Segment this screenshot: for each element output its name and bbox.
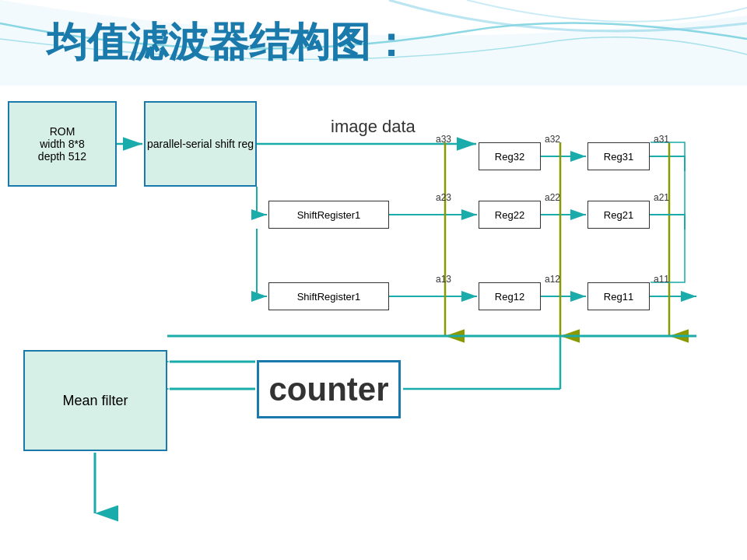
image-data-label: image data (331, 117, 416, 137)
reg12-box: Reg12 (479, 282, 541, 310)
a31-label: a31 (654, 134, 669, 145)
rom-line3: depth 512 (38, 150, 86, 163)
reg21-box: Reg21 (587, 201, 650, 229)
reg11-box: Reg11 (587, 282, 650, 310)
rom-line2: width 8*8 (38, 138, 86, 150)
rom-box: ROM width 8*8 depth 512 (8, 101, 117, 187)
reg22-box: Reg22 (479, 201, 541, 229)
a33-label: a33 (436, 134, 451, 145)
a11-label: a11 (654, 274, 669, 285)
a23-label: a23 (436, 192, 451, 203)
a13-label: a13 (436, 274, 451, 285)
counter-box: counter (257, 360, 401, 418)
shift-reg1-box: ShiftRegister1 (268, 201, 389, 229)
shift-reg2-box: ShiftRegister1 (268, 282, 389, 310)
reg31-box: Reg31 (587, 142, 650, 170)
rom-line1: ROM (38, 125, 86, 138)
ps-box: parallel-serial shift reg (144, 101, 257, 187)
a22-label: a22 (545, 192, 560, 203)
a21-label: a21 (654, 192, 669, 203)
reg32-box: Reg32 (479, 142, 541, 170)
a12-label: a12 (545, 274, 560, 285)
page-title: 均值滤波器结构图： (47, 16, 411, 70)
mean-filter-box: Mean filter (23, 350, 167, 451)
a32-label: a32 (545, 134, 560, 145)
